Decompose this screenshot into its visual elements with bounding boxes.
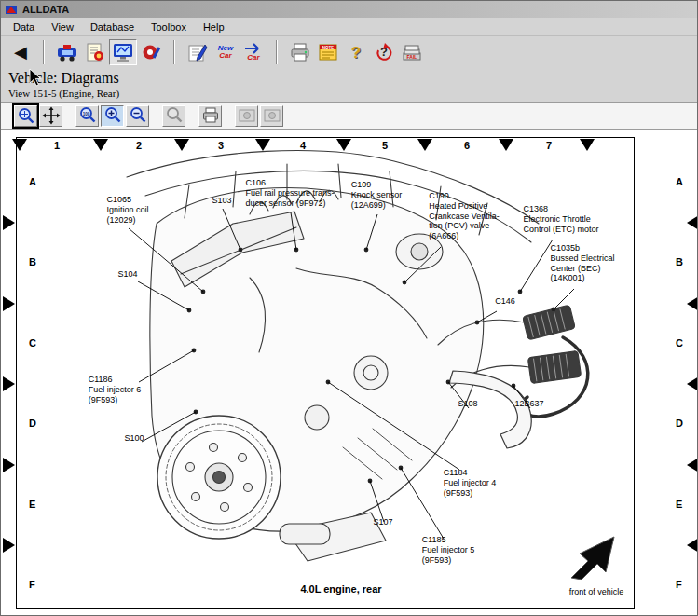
diagrams-monitor-icon: [112, 41, 134, 63]
diagram-callout-C106: C106Fuel rail pressure trans-ducer senso…: [245, 178, 334, 208]
grid-column-label: 4: [300, 140, 306, 151]
diagram-callout-C1186: C1186Fuel injector 6(9F593): [89, 375, 142, 404]
diagram-callout-C1065: C1065Ignition coil(12029): [106, 195, 148, 225]
page-prev-button[interactable]: [235, 105, 258, 127]
information-button[interactable]: [81, 39, 109, 65]
grid-row-label-left: B: [29, 256, 36, 267]
diagram-callout-S103: S103: [212, 196, 231, 206]
menu-bar: Data View Database Toolbox Help: [1, 18, 697, 36]
new-car-button[interactable]: New Car: [212, 39, 240, 65]
fail-label: FAIL: [407, 54, 417, 60]
pen-book-icon: [186, 41, 209, 63]
page-subtitle: View 151-5 (Engine, Rear): [8, 88, 119, 99]
window-title: ALLDATA: [22, 4, 69, 15]
grid-left-marker: [3, 458, 15, 472]
pan-icon: [42, 106, 61, 125]
zoom-gray-button[interactable]: [162, 105, 185, 127]
diagram-callout-C1184: C1184Fuel injector 4(9F593): [444, 468, 497, 498]
help-icon: ?: [351, 45, 361, 61]
grid-row-label-right: C: [676, 337, 683, 349]
grid-top-marker: [12, 139, 27, 151]
print-view-button[interactable]: [198, 105, 222, 127]
alldata-window: ALLDATA Data View Database Toolbox Help …: [0, 0, 698, 616]
grid-row-label-right: D: [676, 418, 683, 429]
page-title: Vehicle: Diagrams: [8, 70, 119, 87]
diagram-callout-C109: C109Knock sensor(12A699): [351, 180, 403, 210]
grid-row-label-right: E: [676, 499, 682, 510]
help-refresh-icon: ?: [373, 41, 395, 63]
zoom-in-button[interactable]: [101, 105, 124, 127]
diagram-callout-S108: S108: [458, 399, 477, 409]
zoom-100-label: 100: [82, 112, 89, 116]
diagram-callout-C1035b: C1035bBussed ElectricalCenter (BEC)(14K0…: [550, 243, 614, 283]
grid-column-label: 1: [54, 140, 60, 151]
grid-row-label-left: E: [29, 499, 35, 510]
back-button[interactable]: ◀: [7, 39, 34, 65]
note-button[interactable]: NOTE: [314, 39, 342, 65]
grid-left-marker: [3, 296, 15, 311]
grid-right-marker: [687, 458, 698, 472]
title-bar[interactable]: ALLDATA: [1, 1, 697, 18]
grid-column-label: 5: [382, 140, 388, 151]
grid-column-label: 7: [546, 140, 552, 151]
front-of-vehicle-arrow-icon: [560, 526, 623, 580]
grid-row-label-left: F: [29, 579, 35, 590]
zoom-out-icon: [129, 106, 147, 125]
notebook-button[interactable]: [184, 39, 212, 65]
zoom-100-button[interactable]: 100: [75, 105, 99, 127]
information-icon: [84, 41, 106, 63]
toolbar-separator: [173, 40, 175, 64]
components-button[interactable]: [137, 39, 165, 65]
grid-column-label: 6: [464, 140, 470, 151]
note-label: NOTE: [322, 46, 335, 50]
grid-row-label-right: B: [676, 256, 683, 267]
diagram-callout-C1368: C1368Electronic ThrottleControl (ETC) mo…: [523, 204, 598, 234]
zoom-select-button[interactable]: [14, 105, 37, 127]
menu-database[interactable]: Database: [82, 20, 143, 34]
diagram-callout-C146: C146: [495, 296, 515, 307]
note-icon: NOTE: [317, 41, 339, 63]
printer-icon: [201, 106, 220, 125]
diagram-callout-S107: S107: [373, 517, 392, 527]
menu-view[interactable]: View: [43, 20, 82, 34]
back-icon: ◀: [14, 44, 27, 61]
grid-row-label-right: F: [676, 579, 682, 590]
main-toolbar: ◀: [1, 36, 697, 68]
grid-right-marker: [687, 296, 698, 311]
grid-row-label-right: A: [676, 176, 683, 187]
pan-button[interactable]: [39, 105, 62, 127]
grid-left-marker: [3, 215, 15, 230]
diagram-caption: 4.0L engine, rear: [300, 583, 381, 595]
toolbar-separator: [276, 40, 278, 64]
diagrams-button[interactable]: [109, 39, 137, 65]
menu-help[interactable]: Help: [195, 20, 233, 34]
page-prev-icon: [238, 106, 256, 125]
print-button[interactable]: [286, 39, 314, 65]
zoom-100-icon: 100: [78, 106, 97, 125]
grid-left-marker: [3, 376, 15, 391]
grid-top-marker: [336, 139, 351, 151]
grid-row-label-left: D: [29, 418, 36, 429]
fail-stack-icon: FAIL: [400, 41, 424, 63]
help-refresh-button[interactable]: ?: [370, 39, 398, 65]
grid-top-marker: [580, 139, 595, 151]
page-next-button[interactable]: [260, 105, 283, 127]
help-button[interactable]: ?: [342, 39, 370, 65]
page-next-icon: [263, 106, 281, 125]
app-icon[interactable]: [5, 3, 18, 16]
diagram-callout-S104: S104: [117, 269, 137, 280]
menu-toolbox[interactable]: Toolbox: [143, 20, 195, 34]
fail-stack-button[interactable]: FAIL: [398, 39, 426, 65]
grid-column-label: 2: [136, 140, 142, 151]
grid-top-marker: [499, 139, 513, 151]
menu-data[interactable]: Data: [5, 20, 43, 34]
printer-icon: [289, 41, 311, 63]
grid-column-label: 3: [218, 140, 224, 151]
grid-right-marker: [687, 538, 698, 553]
zoom-out-button[interactable]: [126, 105, 149, 127]
change-car-button[interactable]: Car: [240, 39, 267, 65]
grid-top-marker: [255, 139, 270, 151]
grid-top-marker: [174, 139, 189, 151]
grid-row-label-left: C: [29, 337, 36, 349]
vehicle-button[interactable]: [53, 39, 81, 65]
